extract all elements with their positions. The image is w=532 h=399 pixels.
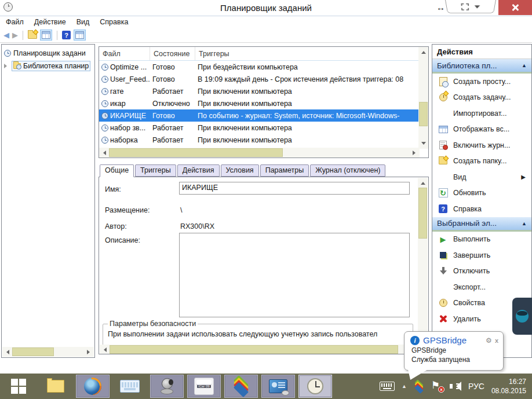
table-row[interactable]: икар Отключено При включении компьютера	[99, 97, 418, 109]
chevron-down-icon[interactable]	[474, 5, 480, 10]
export-list-icon[interactable]	[28, 32, 37, 39]
tree-item-scheduler-root[interactable]: Планировщик задани	[2, 47, 94, 60]
task-clock-icon	[101, 76, 108, 83]
balloon-close-icon[interactable]: x	[495, 337, 498, 344]
scroll-right-icon[interactable]	[84, 347, 94, 357]
tab-triggers[interactable]: Триггеры	[135, 164, 176, 177]
author-label: Автор:	[105, 222, 127, 230]
language-indicator[interactable]: РУС	[468, 382, 484, 391]
menu-help[interactable]: Справка	[100, 18, 128, 26]
menu-action[interactable]: Действие	[34, 18, 66, 26]
form-horizontal-scrollbar[interactable]	[100, 345, 419, 354]
resize-horizontal-icon[interactable]: ↔	[436, 2, 445, 12]
table-row[interactable]: Optimize ... Готово При бездействии комп…	[99, 61, 418, 73]
tray-keyboard-icon[interactable]	[380, 382, 395, 391]
action-refresh[interactable]: ↻ Обновить	[432, 185, 531, 202]
tree-horizontal-scrollbar[interactable]	[2, 347, 94, 357]
tab-conditions[interactable]: Условия	[221, 164, 259, 177]
collapse-icon[interactable]: ▲	[522, 63, 527, 68]
show-console-tree-button[interactable]	[40, 30, 52, 41]
tray-bluestacks-icon[interactable]	[414, 381, 424, 391]
scrollbar-thumb[interactable]	[418, 188, 427, 239]
column-header-file[interactable]: Файл	[99, 47, 150, 60]
taskbar-task-scheduler[interactable]	[298, 375, 332, 398]
action-view[interactable]: Вид ▶	[432, 169, 531, 185]
refresh-icon: ↻	[438, 188, 448, 198]
taskbar-firefox[interactable]	[76, 375, 110, 398]
action-end[interactable]: Завершить	[432, 247, 531, 263]
collapse-icon[interactable]: ▲	[522, 221, 527, 226]
scrollbar-thumb[interactable]	[110, 345, 398, 354]
scroll-up-icon[interactable]	[418, 47, 428, 57]
back-icon[interactable]: ◀	[3, 31, 9, 39]
scroll-left-icon[interactable]	[99, 148, 109, 158]
tab-settings[interactable]: Параметры	[260, 164, 309, 177]
menu-file[interactable]: Файл	[6, 18, 24, 26]
scroll-down-icon[interactable]	[418, 139, 428, 149]
action-import-task[interactable]: Импортироват...	[432, 105, 531, 122]
show-hidden-icons[interactable]: ▲	[402, 383, 407, 389]
tab-general[interactable]: Общие	[100, 164, 134, 177]
action-new-folder[interactable]: Создать папку...	[432, 153, 531, 170]
form-vertical-scrollbar[interactable]	[418, 178, 428, 345]
wrench-icon[interactable]: ⚙	[486, 336, 492, 345]
taskbar-control-panel[interactable]	[261, 375, 295, 398]
section-header-library[interactable]: Библиотека пл... ▲	[432, 59, 531, 74]
action-help[interactable]: ? Справка	[432, 201, 531, 217]
tree-item-library[interactable]: Библиотека планир	[2, 60, 94, 72]
action-create-basic-task[interactable]: Создать просту...	[432, 74, 531, 90]
action-display-all[interactable]: Отображать вс...	[432, 122, 531, 138]
action-run[interactable]: ▶ Выполнить	[432, 232, 531, 248]
scroll-right-icon[interactable]	[410, 148, 420, 158]
tab-actions[interactable]: Действия	[177, 164, 220, 177]
scroll-left-icon[interactable]	[2, 347, 12, 357]
taskbar-file-explorer[interactable]	[39, 375, 72, 398]
volume-icon[interactable]	[450, 381, 461, 391]
scroll-up-icon[interactable]	[418, 178, 428, 188]
scrollbar-thumb[interactable]	[12, 347, 54, 356]
close-button[interactable]	[498, 0, 532, 15]
control-panel-icon	[269, 379, 287, 393]
taskbar-bluestacks[interactable]	[224, 375, 258, 398]
taskbar-robot-app[interactable]	[150, 375, 184, 398]
column-header-state[interactable]: Состояние	[150, 47, 195, 60]
show-action-pane-button[interactable]	[74, 30, 86, 41]
action-center-flag-icon[interactable]: ⚑x	[431, 380, 443, 392]
task-clock-icon	[101, 137, 108, 144]
table-row[interactable]: User_Feed... Готово В 19:09 каждый день …	[99, 73, 418, 85]
run-icon: ▶	[438, 235, 448, 244]
scrollbar-thumb[interactable]	[109, 148, 283, 157]
taskbar-clock[interactable]: 16:27 08.08.2015	[491, 377, 526, 396]
info-icon: i	[410, 336, 420, 345]
help-icon[interactable]: ?	[62, 31, 71, 39]
column-header-triggers[interactable]: Триггеры	[195, 47, 428, 60]
expander-icon[interactable]	[4, 64, 9, 68]
menu-view[interactable]: Вид	[76, 18, 90, 26]
table-row[interactable]: набор зв... Работает При включении компь…	[99, 122, 418, 134]
taskbar-icar-app[interactable]: iCar 09	[187, 375, 221, 398]
name-field[interactable]: ИКАРИЩЕ	[179, 182, 410, 195]
start-button[interactable]	[2, 375, 35, 398]
table-row-selected[interactable]: ИКАРИЩЕ Готово По событию - журнал: Syst…	[99, 109, 418, 122]
section-header-selected-item[interactable]: Выбранный эл... ▲	[432, 217, 531, 232]
notification-balloon[interactable]: i GPSBridge ⚙ x GPSBridge Служба запущен…	[404, 331, 504, 371]
action-export[interactable]: Экспорт...	[432, 279, 531, 295]
tab-history[interactable]: Журнал (отключен)	[310, 164, 385, 177]
action-enable-history[interactable]: Включить журн...	[432, 137, 531, 153]
scroll-left-icon[interactable]	[100, 345, 110, 354]
list-horizontal-scrollbar[interactable]	[99, 148, 420, 158]
teamviewer-edge-widget[interactable]	[512, 298, 532, 335]
table-row[interactable]: наборка Работает При включении компьютер…	[99, 134, 418, 146]
list-vertical-scrollbar[interactable]	[418, 47, 428, 149]
action-disable[interactable]: Отключить	[432, 263, 531, 280]
table-row[interactable]: гате Работает При включении компьютера	[99, 85, 418, 97]
keyboard-icon	[120, 380, 140, 393]
enable-history-icon	[438, 140, 448, 150]
description-field[interactable]	[179, 233, 410, 317]
fullscreen-icon[interactable]	[461, 3, 469, 10]
taskbar-onscreen-keyboard[interactable]	[113, 375, 147, 398]
firefox-icon	[84, 378, 101, 395]
forward-icon[interactable]: ▶	[12, 31, 18, 39]
scrollbar-thumb[interactable]	[419, 102, 428, 126]
action-create-task[interactable]: Создать задачу...	[432, 90, 531, 106]
